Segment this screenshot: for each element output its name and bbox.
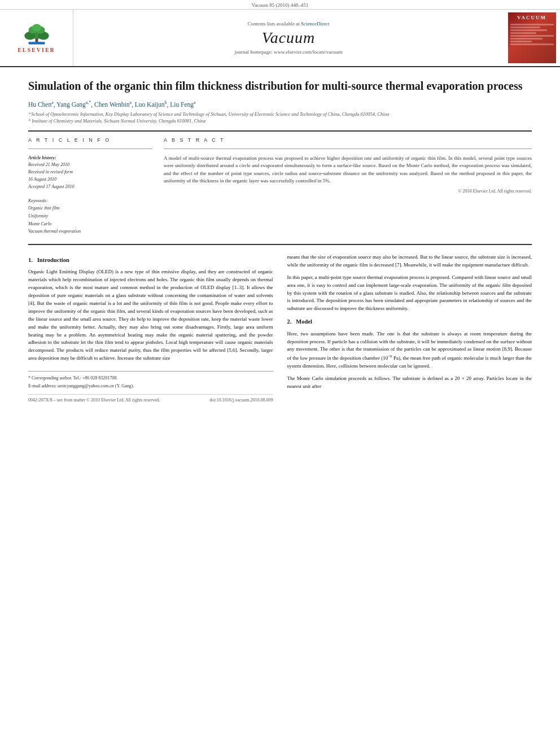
cover-decoration: [510, 23, 554, 46]
svg-point-7: [32, 24, 41, 31]
section2-title: 2. Model: [287, 317, 532, 326]
abstract-divider: [164, 148, 532, 149]
section2-number: 2.: [287, 318, 292, 325]
copyright-line: © 2010 Elsevier Ltd. All rights reserved…: [164, 189, 532, 194]
section1-para1: Organic Light Emitting Display (OLED) is…: [28, 268, 273, 362]
journal-header-center: Contents lists available at ScienceDirec…: [73, 10, 504, 66]
abstract-body-divider: [28, 244, 532, 245]
revised-label: Received in revised form: [28, 169, 152, 176]
keywords-list: Organic thin film Uniformity Monte Carlo…: [28, 204, 152, 235]
keywords-section: Keywords: Organic thin film Uniformity M…: [28, 198, 152, 235]
footer-doi: doi:10.1016/j.vacuum.2010.08.009: [209, 397, 273, 404]
article-info-header: A R T I C L E I N F O: [28, 137, 152, 143]
abstract-header: A B S T R A C T: [164, 137, 532, 143]
section2-para2: The Monte Carlo simulation proceeds as f…: [287, 375, 532, 391]
keyword-1: Organic thin film: [28, 204, 152, 212]
body-left-col: 1. Introduction Organic Light Emitting D…: [28, 254, 273, 404]
article-title: Simulation of the organic thin film thic…: [28, 78, 532, 93]
main-content: Simulation of the organic thin film thic…: [0, 67, 560, 415]
history-label: Article history:: [28, 155, 152, 162]
article-info-col: A R T I C L E I N F O Article history: R…: [28, 137, 152, 235]
article-history: Article history: Received 21 May 2010 Re…: [28, 155, 152, 191]
authors-line: Hu Chena, Yang Ganga,*, Chen Wenbina, Lu…: [28, 100, 532, 108]
journal-homepage: journal homepage: www.elsevier.com/locat…: [235, 49, 343, 55]
footnote-email: E-mail address: uestcyanggang@yahoo.com.…: [28, 383, 273, 389]
section2-para1: Here, two assumptions have been made. Th…: [287, 330, 532, 371]
footnote-corresponding: * Corresponding author. Tel.: +86 028 83…: [28, 375, 273, 381]
sciencedirect-prefix: Contents lists available at: [248, 21, 300, 27]
affiliation-a: ᵃ School of Optoelectronic Information, …: [28, 111, 532, 118]
section1-heading: Introduction: [37, 257, 69, 263]
affiliations: ᵃ School of Optoelectronic Information, …: [28, 111, 532, 125]
svg-rect-9: [28, 42, 45, 43]
keyword-2: Uniformity: [28, 212, 152, 220]
section2-heading: Model: [296, 318, 312, 325]
citation-bar: Vacuum 85 (2010) 448–451: [0, 0, 560, 10]
accepted-date: Accepted 17 August 2010: [28, 184, 152, 191]
body-right-col: means that the size of evaporation sourc…: [287, 254, 532, 404]
sciencedirect-line: Contents lists available at ScienceDirec…: [248, 21, 330, 27]
elsevier-logo: ELSEVIER: [8, 21, 65, 55]
abstract-col: A B S T R A C T A model of multi-source …: [164, 137, 532, 235]
section1-title: 1. Introduction: [28, 256, 273, 265]
journal-name: Vacuum: [262, 29, 316, 47]
received-date: Received 21 May 2010: [28, 161, 152, 169]
keyword-4: Vacuum thermal evaporation: [28, 228, 152, 235]
vacuum-cover: VACUUM: [508, 12, 556, 63]
elsevier-text: ELSEVIER: [18, 47, 55, 53]
sciencedirect-link[interactable]: ScienceDirect: [301, 21, 329, 27]
journal-cover-area: VACUUM: [504, 10, 560, 66]
footer-issn: 0042-207X/$ – see front matter © 2010 El…: [28, 397, 160, 404]
keywords-label: Keywords:: [28, 198, 152, 205]
citation-text: Vacuum 85 (2010) 448–451: [252, 2, 309, 8]
section1-right-para1: means that the size of evaporation sourc…: [287, 254, 532, 269]
authors-text: Hu Chena, Yang Ganga,*, Chen Wenbina, Lu…: [28, 101, 196, 108]
elsevier-tree-icon: [14, 23, 59, 46]
title-divider: [28, 130, 532, 132]
abstract-text: A model of multi-source thermal evaporat…: [164, 155, 532, 185]
info-divider: [28, 148, 152, 149]
info-abstract-section: A R T I C L E I N F O Article history: R…: [28, 137, 532, 235]
footer-bar: 0042-207X/$ – see front matter © 2010 El…: [28, 394, 273, 404]
body-columns: 1. Introduction Organic Light Emitting D…: [28, 254, 532, 404]
journal-header: ELSEVIER Contents lists available at Sci…: [0, 10, 560, 67]
revised-date: 16 August 2010: [28, 176, 152, 184]
cover-title: VACUUM: [517, 15, 546, 20]
footnote-area: * Corresponding author. Tel.: +86 028 83…: [28, 371, 273, 389]
section1-number: 1.: [28, 257, 33, 263]
section1-right-para2: In this paper, a multi-point type source…: [287, 274, 532, 313]
affiliation-b: ᵇ Institute of Chemistry and Materials, …: [28, 118, 532, 125]
keyword-3: Monte Carlo: [28, 220, 152, 228]
elsevier-logo-area: ELSEVIER: [0, 10, 73, 66]
